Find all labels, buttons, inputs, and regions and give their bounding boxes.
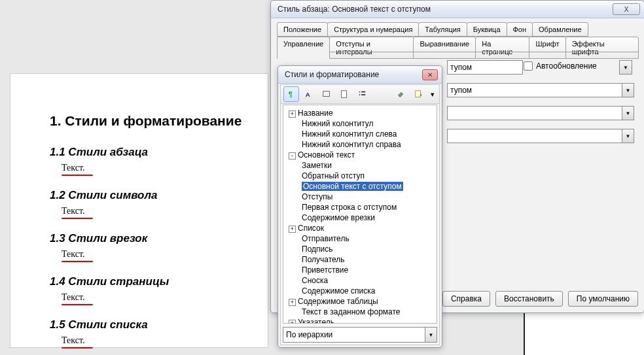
tab[interactable]: Обрамление bbox=[532, 22, 588, 37]
heading-2: 1.5 Стили списка bbox=[50, 318, 268, 331]
auto-update-checkbox[interactable]: Автообновление bbox=[524, 61, 597, 71]
tab[interactable]: Структура и нумерация bbox=[327, 22, 419, 37]
styles-title: Стили и форматирование bbox=[285, 70, 422, 79]
checkbox-icon bbox=[524, 61, 533, 71]
help-button[interactable]: Справка bbox=[442, 291, 490, 307]
tree-node[interactable]: Получатель bbox=[283, 254, 437, 265]
tab[interactable]: Положение bbox=[277, 22, 328, 37]
tree-node[interactable]: +Содержимое таблицы bbox=[283, 296, 437, 307]
svg-point-6 bbox=[359, 94, 361, 95]
tree-node[interactable]: Обратный отступ bbox=[283, 171, 437, 181]
menu-dropdown-icon[interactable]: ▾ bbox=[429, 86, 437, 102]
styles-toolbar: ¶ A + ▾ bbox=[281, 85, 439, 104]
heading-1: 1. Стили и форматирование bbox=[50, 113, 268, 129]
list-styles-icon[interactable] bbox=[354, 86, 370, 102]
tree-node[interactable]: Основной текст с отступом bbox=[283, 181, 437, 192]
tree-node[interactable]: Нижний колонтитул слева bbox=[283, 129, 437, 139]
dropdown-arrow[interactable]: ▼ bbox=[619, 60, 632, 75]
tree-node[interactable]: Содержимое списка bbox=[283, 286, 437, 296]
tab[interactable]: Эффекты шрифта bbox=[565, 37, 639, 59]
tree-node[interactable]: Отступы bbox=[283, 192, 437, 202]
chevron-down-icon: ▼ bbox=[622, 107, 634, 120]
tab[interactable]: Фон bbox=[507, 22, 533, 37]
chevron-down-icon: ▼ bbox=[622, 129, 634, 143]
tree-toggle-icon[interactable]: + bbox=[289, 320, 296, 324]
frame-styles-icon[interactable] bbox=[319, 86, 334, 102]
dialog-titlebar[interactable]: Стиль абзаца: Основной текст с отступом … bbox=[271, 1, 644, 18]
tree-node[interactable]: Нижний колонтитул bbox=[283, 118, 437, 129]
category-combo[interactable]: ▼ bbox=[447, 129, 634, 143]
name-combo[interactable]: тупом bbox=[447, 60, 523, 75]
svg-text:+: + bbox=[420, 93, 422, 97]
fill-format-icon[interactable] bbox=[393, 86, 409, 102]
tree-node[interactable]: -Основной текст bbox=[283, 150, 437, 160]
tab-row-bottom: УправлениеОтступы и интервалыВыравнивани… bbox=[277, 37, 638, 59]
tree-node[interactable]: +Название bbox=[283, 108, 437, 118]
close-button[interactable]: ✕ bbox=[422, 69, 438, 80]
tree-node[interactable]: Нижний колонтитул справа bbox=[283, 139, 437, 150]
char-styles-icon[interactable]: A bbox=[301, 86, 317, 102]
styles-tree[interactable]: +НазваниеНижний колонтитулНижний колонти… bbox=[283, 105, 437, 324]
tree-node[interactable]: Сноска bbox=[283, 275, 437, 286]
tree-node[interactable]: Первая строка с отступом bbox=[283, 202, 437, 212]
tree-toggle-icon[interactable]: - bbox=[289, 152, 296, 160]
svg-rect-3 bbox=[342, 91, 347, 98]
tab[interactable]: Табуляция bbox=[418, 22, 467, 37]
tab-row-top: ПоложениеСтруктура и нумерацияТабуляцияБ… bbox=[277, 22, 588, 37]
tab[interactable]: Буквица bbox=[467, 22, 507, 37]
spelling-underline bbox=[62, 175, 93, 176]
spelling-underline bbox=[62, 261, 93, 262]
tree-node[interactable]: Приветствие bbox=[283, 265, 437, 275]
heading-2: 1.1 Стили абзаца bbox=[50, 146, 268, 159]
paragraph-styles-icon[interactable]: ¶ bbox=[283, 86, 299, 102]
svg-rect-2 bbox=[323, 92, 330, 97]
styles-window: Стили и форматирование ✕ ¶ A + ▾ +Назван… bbox=[277, 65, 442, 348]
chevron-down-icon: ▼ bbox=[425, 328, 437, 342]
body-text: Текст. bbox=[62, 206, 268, 216]
spelling-underline bbox=[62, 218, 93, 219]
close-button[interactable]: X bbox=[613, 3, 640, 15]
dialog-title: Стиль абзаца: Основной текст с отступом bbox=[277, 5, 613, 14]
svg-rect-5 bbox=[361, 92, 365, 93]
next-style-combo[interactable]: тупом ▼ bbox=[447, 83, 634, 97]
tab[interactable]: На странице bbox=[475, 37, 529, 59]
heading-2: 1.2 Стили символа bbox=[50, 189, 268, 202]
spelling-underline bbox=[62, 347, 93, 348]
tab[interactable]: Шрифт bbox=[529, 37, 565, 59]
document-page: 1. Стили и форматирование 1.1 Стили абза… bbox=[10, 73, 268, 348]
svg-point-4 bbox=[359, 92, 361, 93]
tab[interactable]: Отступы и интервалы bbox=[329, 37, 414, 59]
tree-toggle-icon[interactable]: + bbox=[289, 226, 296, 233]
svg-rect-7 bbox=[361, 94, 365, 95]
svg-text:A: A bbox=[306, 91, 310, 98]
chevron-down-icon: ▼ bbox=[622, 84, 634, 97]
spelling-underline bbox=[62, 304, 93, 305]
tree-node[interactable]: +Список bbox=[283, 223, 437, 233]
new-style-icon[interactable]: + bbox=[411, 86, 427, 102]
tree-toggle-icon[interactable]: + bbox=[289, 299, 296, 306]
tab[interactable]: Управление bbox=[277, 37, 330, 59]
tree-node[interactable]: Подпись bbox=[283, 244, 437, 254]
checkbox-label: Автообновление bbox=[536, 61, 597, 71]
styles-titlebar[interactable]: Стили и форматирование ✕ bbox=[278, 66, 442, 84]
tab[interactable]: Выравнивание bbox=[413, 37, 476, 59]
default-button[interactable]: По умолчанию bbox=[568, 291, 638, 307]
body-text: Текст. bbox=[62, 163, 268, 173]
heading-2: 1.4 Стили страницы bbox=[50, 275, 268, 288]
tree-node[interactable]: +Указатель bbox=[283, 317, 437, 324]
svg-text:¶: ¶ bbox=[289, 90, 293, 98]
tree-node[interactable]: Содержимое врезки bbox=[283, 212, 437, 223]
linked-combo[interactable]: ▼ bbox=[447, 106, 634, 120]
document-corner bbox=[524, 310, 644, 355]
tree-toggle-icon[interactable]: + bbox=[289, 110, 296, 118]
tree-node[interactable]: Отправитель bbox=[283, 233, 437, 244]
tree-node[interactable]: Заметки bbox=[283, 160, 437, 171]
page-styles-icon[interactable] bbox=[336, 86, 352, 102]
body-text: Текст. bbox=[62, 249, 268, 260]
body-text: Текст. bbox=[62, 335, 268, 346]
restore-button[interactable]: Восстановить bbox=[495, 291, 563, 307]
tree-node[interactable]: Текст в заданном формате bbox=[283, 307, 437, 317]
heading-2: 1.3 Стили врезок bbox=[50, 232, 268, 245]
filter-combo[interactable]: По иерархии ▼ bbox=[283, 327, 437, 343]
body-text: Текст. bbox=[62, 292, 268, 303]
